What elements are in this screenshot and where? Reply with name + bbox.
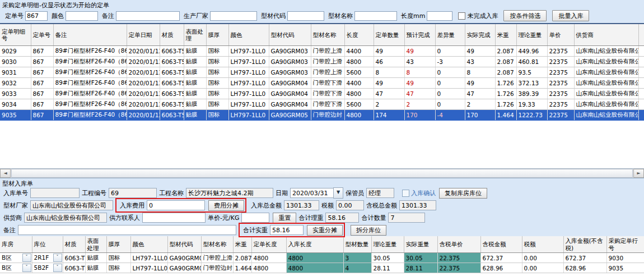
cell[interactable]: 47 bbox=[465, 89, 495, 99]
column-header[interactable]: 长度 bbox=[344, 24, 374, 46]
cell[interactable]: 867 bbox=[31, 57, 53, 67]
table-row[interactable]: 903286789#门框型材F26-F40（866+867）2020/01/13… bbox=[0, 78, 644, 89]
table-row[interactable]: 903186789#门框型材F26-F40（866+867）2020/01/13… bbox=[0, 67, 644, 78]
table-row[interactable]: ˅B区˅2R1F6063-T5贴膜国标LH797-1LL0GA90GRM03门带… bbox=[0, 253, 644, 263]
fee-allocate-button[interactable]: 费用分摊 bbox=[208, 200, 244, 211]
cell[interactable]: 2020/01/13 bbox=[127, 110, 160, 121]
cell[interactable]: 门带腔下滑 bbox=[311, 89, 344, 99]
cell[interactable]: 2020/01/13 bbox=[127, 99, 160, 110]
column-header[interactable]: 米重 bbox=[495, 24, 516, 46]
cell[interactable]: 国标 bbox=[206, 67, 228, 78]
cell[interactable]: 170 bbox=[465, 110, 495, 121]
manufacturer-field[interactable] bbox=[30, 200, 113, 210]
cell[interactable]: 6063-T5 bbox=[160, 110, 184, 121]
cell[interactable]: 2020/01/13 bbox=[127, 46, 160, 57]
cell[interactable]: LH797-1LL0 bbox=[228, 78, 269, 89]
cell[interactable]: 2.087 bbox=[495, 57, 516, 67]
cell[interactable]: 0 bbox=[435, 89, 465, 99]
column-header[interactable]: 表面处理 bbox=[184, 24, 206, 46]
filter-input-order-no[interactable] bbox=[25, 11, 48, 21]
column-header[interactable]: 型材代码 bbox=[269, 24, 311, 46]
cell[interactable]: 6063-T5 bbox=[63, 263, 85, 273]
tax-field[interactable] bbox=[336, 200, 364, 210]
cell[interactable]: 49 bbox=[465, 78, 495, 89]
total-with-tax-field[interactable] bbox=[399, 200, 436, 210]
column-header[interactable]: 税额 bbox=[522, 236, 563, 253]
cell[interactable]: GA90GRM04 bbox=[269, 78, 311, 89]
cell[interactable]: 山东南山铝业股份有限公司 bbox=[574, 99, 638, 110]
cell[interactable]: ˅5B2F bbox=[32, 263, 63, 273]
cell[interactable]: LH797-1LL0 bbox=[228, 99, 269, 110]
scrollbar-thumb[interactable] bbox=[11, 169, 633, 178]
cell[interactable]: 8 bbox=[465, 67, 495, 78]
cell[interactable]: 2.087 bbox=[495, 46, 516, 57]
cell[interactable]: 2 bbox=[374, 99, 404, 110]
cell[interactable]: 43 bbox=[465, 57, 495, 67]
cell[interactable]: 89#门框型材F26-F40（866+867） bbox=[53, 46, 127, 57]
cell[interactable]: 门带腔上滑 bbox=[201, 253, 233, 263]
cell[interactable]: -3 bbox=[435, 57, 465, 67]
filter-input-remark[interactable] bbox=[116, 11, 180, 21]
cell[interactable]: 国标 bbox=[206, 46, 228, 57]
filter-input-length[interactable] bbox=[427, 11, 452, 21]
cell[interactable]: 174 bbox=[374, 110, 404, 121]
cell[interactable]: 1.464 bbox=[233, 263, 251, 273]
total-quantity-field[interactable] bbox=[388, 213, 425, 223]
cell[interactable]: 国标 bbox=[206, 89, 228, 99]
cell[interactable]: 9029 bbox=[0, 46, 31, 57]
cell[interactable]: 0.00 bbox=[522, 263, 563, 273]
table-row[interactable]: 903586789#门框型材F26-F40（866+867）2020/01/13… bbox=[0, 110, 644, 121]
cell[interactable]: GA90GRM03 bbox=[269, 57, 311, 67]
cell[interactable]: 山东南山铝业股份有限公司 bbox=[574, 89, 638, 99]
cell[interactable]: 9033 bbox=[0, 89, 31, 99]
cell[interactable]: 9035 bbox=[0, 110, 31, 121]
batch-inbound-button[interactable]: 批量入库 bbox=[552, 10, 589, 21]
cell[interactable]: 9034 bbox=[0, 99, 31, 110]
cell[interactable]: 山东南山铝业股份有限公司 bbox=[574, 57, 638, 67]
column-header[interactable]: 定单号 bbox=[31, 24, 53, 46]
date-dropdown-icon[interactable]: ▼ bbox=[333, 187, 343, 199]
cell[interactable]: 22.375 bbox=[437, 253, 480, 263]
cell[interactable]: 4800 bbox=[286, 263, 343, 273]
cell[interactable]: 2 bbox=[404, 99, 435, 110]
column-header[interactable]: 备注 bbox=[53, 24, 127, 46]
cell[interactable]: 4400 bbox=[344, 46, 374, 57]
column-header[interactable]: 型材名称 bbox=[201, 236, 233, 253]
cell[interactable]: 门带腔下滑 bbox=[311, 99, 344, 110]
cell[interactable]: 22375 bbox=[547, 99, 574, 110]
column-header[interactable]: 定单长度 bbox=[251, 236, 286, 253]
supplier-contact-field[interactable] bbox=[142, 213, 206, 223]
column-header[interactable]: 膜厚 bbox=[106, 236, 130, 253]
cell[interactable]: 8 bbox=[404, 67, 435, 78]
column-header[interactable]: 预计完成 bbox=[404, 24, 435, 46]
cell[interactable]: 89#门框型材F26-F40（866+867） bbox=[53, 110, 127, 121]
cell[interactable]: 9030 bbox=[0, 57, 31, 67]
receipt-no-field[interactable] bbox=[30, 188, 80, 198]
cell[interactable]: 867 bbox=[31, 99, 53, 110]
dropdown-arrow-icon[interactable]: ˅ bbox=[53, 264, 62, 272]
cell[interactable]: 山东南山铝业股份有限公司 bbox=[574, 78, 638, 89]
cell[interactable]: 672.37 bbox=[563, 253, 606, 263]
cell[interactable]: LH797-1LL0 bbox=[228, 110, 269, 121]
cell[interactable]: 贴膜 bbox=[184, 99, 206, 110]
cell[interactable]: 9031 bbox=[0, 67, 31, 78]
cell[interactable]: 389.39 bbox=[516, 89, 547, 99]
cell[interactable]: 2020/01/13 bbox=[127, 78, 160, 89]
cell[interactable]: 1.726 bbox=[495, 78, 516, 89]
cell[interactable]: GA90GRM05 bbox=[167, 263, 201, 273]
dropdown-arrow-icon[interactable]: ˅ bbox=[22, 254, 31, 262]
cell[interactable]: 6063-T5 bbox=[160, 89, 184, 99]
supplier-field[interactable] bbox=[24, 213, 107, 223]
cell[interactable]: 山东南山铝业股份有限公司 bbox=[574, 46, 638, 57]
cell[interactable]: 门带腔边封 bbox=[201, 263, 233, 273]
table-row[interactable]: 902986789#门框型材F26-F40（866+867）2020/01/13… bbox=[0, 46, 644, 57]
cell[interactable]: 89#门框型材F26-F40（866+867） bbox=[53, 57, 127, 67]
column-header[interactable]: 型材代码 bbox=[167, 236, 201, 253]
table-row[interactable]: 903386789#门框型材F26-F40（866+867）2020/01/13… bbox=[0, 89, 644, 99]
dropdown-arrow-icon[interactable]: ˅ bbox=[53, 254, 62, 262]
cell[interactable]: 4400 bbox=[344, 78, 374, 89]
cell[interactable]: 贴膜 bbox=[184, 89, 206, 99]
cell[interactable]: 4800 bbox=[251, 253, 286, 263]
column-header[interactable]: 库房 bbox=[0, 236, 32, 253]
column-header[interactable]: 采购定单行号 bbox=[606, 236, 644, 253]
